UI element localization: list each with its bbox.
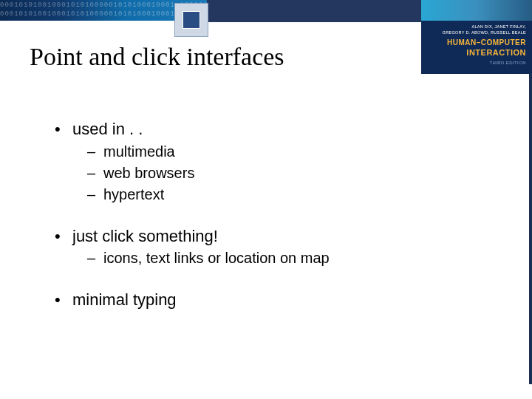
bullet-item: just click something! xyxy=(52,225,488,248)
sub-bullet-item: web browsers xyxy=(52,163,488,183)
book-title-line1: HUMAN–COMPUTER xyxy=(447,38,526,47)
book-cover-image xyxy=(421,0,532,21)
book-title-line2: INTERACTION xyxy=(466,48,526,57)
header-deco-inner xyxy=(183,11,200,29)
book-author-line: ALAN DIX, JANET FINLAY, xyxy=(471,24,526,29)
book-edition: THIRD EDITION xyxy=(489,61,526,65)
bullet-text: just click something! xyxy=(72,227,218,245)
slide-title: Point and click interfaces xyxy=(30,43,284,71)
sub-bullet-text: hypertext xyxy=(103,186,164,202)
sub-bullet-text: web browsers xyxy=(103,165,194,181)
book-authors: ALAN DIX, JANET FINLAY, GREGORY D. ABOWD… xyxy=(443,24,526,35)
bullet-item: used in . . xyxy=(52,118,488,140)
book-author-line: GREGORY D. ABOWD, RUSSELL BEALE xyxy=(443,30,526,35)
sub-bullet-item: icons, text links or location on map xyxy=(52,248,488,268)
bullet-text: minimal typing xyxy=(72,290,177,309)
sub-bullet-item: multimedia xyxy=(52,142,488,162)
bullet-item: minimal typing xyxy=(52,289,488,311)
book-cover: ALAN DIX, JANET FINLAY, GREGORY D. ABOWD… xyxy=(421,0,532,74)
sub-bullet-text: multimedia xyxy=(103,143,175,160)
bullet-text: used in . . xyxy=(72,120,143,138)
header-strip-right xyxy=(207,0,421,22)
sub-bullet-text: icons, text links or location on map xyxy=(103,250,330,266)
slide: 0001010100100010101000001010100010001 10… xyxy=(0,0,532,399)
header-deco-icon xyxy=(174,3,208,37)
slide-body: used in . . multimedia web browsers hype… xyxy=(52,111,488,311)
right-sidebar-rule xyxy=(529,74,532,384)
sub-bullet-item: hypertext xyxy=(52,185,488,205)
